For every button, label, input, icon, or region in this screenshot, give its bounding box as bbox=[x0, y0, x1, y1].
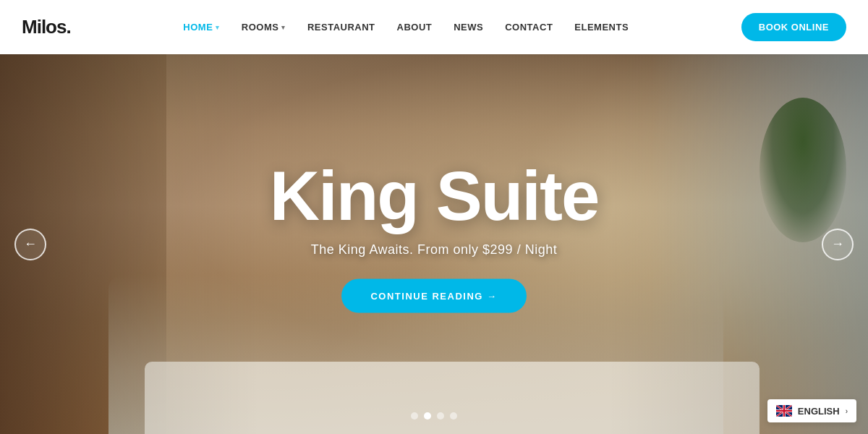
chevron-down-icon: ▾ bbox=[281, 24, 286, 31]
slider-dot-3[interactable] bbox=[437, 412, 444, 420]
nav-about[interactable]: ABOUT bbox=[388, 16, 441, 38]
nav-news[interactable]: NEWS bbox=[445, 16, 492, 38]
slider-next-button[interactable]: → bbox=[822, 229, 854, 260]
chevron-down-icon: ▾ bbox=[216, 24, 220, 31]
nav-home[interactable]: HOME ▾ bbox=[174, 16, 229, 38]
arrow-left-icon: ← bbox=[24, 237, 37, 252]
nav-contact[interactable]: CONTACT bbox=[496, 16, 561, 38]
hero-content: King Suite The King Awaits. From only $2… bbox=[181, 161, 687, 312]
hero-title: King Suite bbox=[181, 161, 687, 230]
nav: HOME ▾ ROOMS ▾ RESTAURANT ABOUT NEWS CON… bbox=[174, 16, 637, 38]
hero-subtitle: The King Awaits. From only $299 / Night bbox=[181, 242, 687, 257]
nav-elements[interactable]: ELEMENTS bbox=[566, 16, 637, 38]
language-label: ENGLISH bbox=[798, 406, 840, 417]
hero-slider: King Suite The King Awaits. From only $2… bbox=[0, 54, 868, 434]
logo[interactable]: Milos. bbox=[22, 16, 71, 38]
book-online-button[interactable]: BOOK ONLINE bbox=[741, 13, 846, 41]
language-selector[interactable]: ENGLISH › bbox=[767, 399, 856, 422]
flag-icon bbox=[776, 405, 792, 417]
continue-reading-button[interactable]: CONTINUE READING → bbox=[341, 278, 526, 312]
slider-dot-2[interactable] bbox=[424, 412, 431, 420]
nav-rooms[interactable]: ROOMS ▾ bbox=[233, 16, 294, 38]
slider-dots bbox=[411, 412, 457, 420]
header: Milos. HOME ▾ ROOMS ▾ RESTAURANT ABOUT N… bbox=[0, 0, 868, 54]
slider-dot-1[interactable] bbox=[411, 412, 418, 420]
slider-dot-4[interactable] bbox=[450, 412, 457, 420]
nav-restaurant[interactable]: RESTAURANT bbox=[299, 16, 384, 38]
slider-prev-button[interactable]: ← bbox=[14, 229, 46, 260]
arrow-right-icon: → bbox=[831, 237, 844, 252]
chevron-right-icon: › bbox=[846, 407, 848, 415]
